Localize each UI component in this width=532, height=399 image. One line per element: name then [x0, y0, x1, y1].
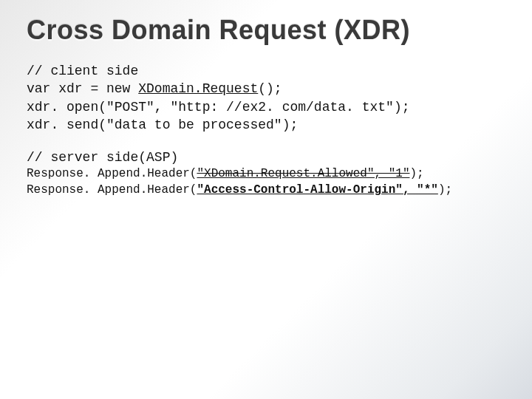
client-line-3: xdr. open("POST", "http: //ex2. com/data… [27, 100, 409, 115]
server-line-2c: ); [438, 183, 452, 197]
slide-title: Cross Domain Request (XDR) [27, 15, 505, 46]
server-line-1c: ); [409, 167, 423, 180]
client-line-1: // client side [27, 64, 138, 78]
client-code-block: // client side var xdr = new XDomain.Req… [27, 62, 505, 134]
server-heading: // server side(ASP) [27, 150, 505, 165]
server-line-2a: Response. Append.Header( [27, 183, 197, 197]
client-line-2a: var xdr = new [27, 81, 138, 96]
server-line-1a: Response. Append.Header( [27, 167, 197, 180]
server-line-1b: "XDomain.Request.Allowed", "1" [197, 167, 409, 180]
server-code-block: Response. Append.Header("XDomain.Request… [27, 166, 505, 198]
client-line-4: xdr. send("data to be processed"); [27, 117, 298, 132]
client-line-2b: XDomain.Request [138, 81, 258, 96]
client-line-2c: (); [258, 81, 282, 96]
server-line-2b: "Access-Control-Allow-Origin", "*" [197, 183, 437, 197]
